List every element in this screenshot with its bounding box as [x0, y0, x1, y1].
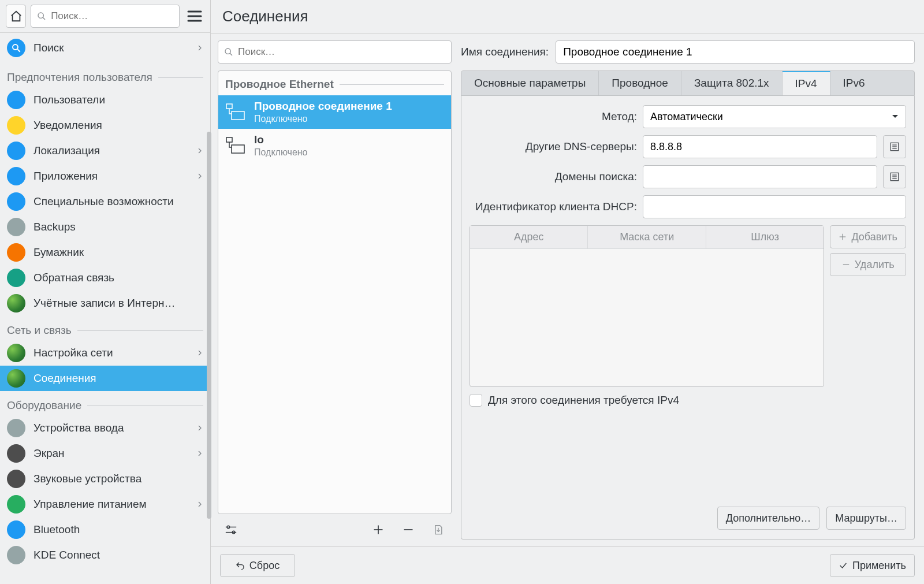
sidebar-item[interactable]: Bluetooth	[0, 517, 210, 542]
sidebar-search[interactable]	[31, 5, 180, 28]
require-ipv4-label: Для этого соединения требуется IPv4	[488, 394, 679, 407]
sidebar-search-input[interactable]	[51, 10, 173, 22]
sidebar-item[interactable]: Соединения	[0, 366, 210, 391]
sidebar-item-search[interactable]: Поиск	[0, 33, 210, 63]
sidebar-list: ПоискПредпочтения пользователяПользовате…	[0, 33, 210, 584]
domains-edit-button[interactable]	[883, 165, 906, 188]
mouse-icon	[7, 419, 25, 437]
connection-search-input[interactable]	[238, 46, 445, 58]
sidebar-item-label: Обратная связь	[33, 271, 203, 284]
sidebar-item[interactable]: Специальные возможности	[0, 189, 210, 214]
wired-network-icon	[226, 137, 245, 154]
wired-network-icon	[226, 103, 245, 121]
sidebar-item-label: Bluetooth	[33, 523, 203, 536]
chevron-right-icon	[196, 425, 203, 432]
reset-button[interactable]: Сброс	[220, 554, 295, 577]
sidebar-item[interactable]: Приложения	[0, 163, 210, 189]
sidebar-item[interactable]: Звуковые устройства	[0, 466, 210, 492]
method-select[interactable]: Автоматически	[643, 105, 906, 128]
tab[interactable]: Основные параметры	[461, 71, 599, 95]
sidebar-item[interactable]: Обратная связь	[0, 265, 210, 291]
col-netmask[interactable]: Маска сети	[588, 226, 706, 248]
address-table: Адрес Маска сети Шлюз	[470, 225, 824, 387]
sidebar-item[interactable]: Уведомления	[0, 113, 210, 138]
sidebar-item[interactable]: Управление питанием	[0, 492, 210, 517]
connection-search[interactable]	[218, 40, 452, 64]
tab[interactable]: Проводное	[599, 71, 681, 95]
remove-connection-button[interactable]	[398, 520, 418, 540]
sliders-icon	[225, 523, 237, 536]
sidebar-item[interactable]: Настройка сети	[0, 340, 210, 366]
dns-input[interactable]	[643, 135, 877, 158]
connection-name: lo	[254, 133, 308, 147]
search-icon	[37, 12, 46, 21]
accessibility-icon	[7, 192, 25, 211]
dns-edit-button[interactable]	[883, 135, 906, 158]
add-connection-button[interactable]	[368, 520, 388, 540]
apply-button[interactable]: Применить	[830, 554, 915, 577]
svg-rect-11	[226, 137, 232, 142]
search-icon	[7, 39, 25, 57]
remove-address-button[interactable]: Удалить	[830, 253, 906, 276]
bluetooth-icon	[7, 520, 25, 539]
sidebar-item[interactable]: Устройства ввода	[0, 415, 210, 441]
chevron-right-icon	[196, 501, 203, 508]
undo-icon	[236, 561, 245, 570]
sidebar-item-label: Устройства ввода	[33, 422, 196, 434]
tab[interactable]: IPv6	[830, 71, 878, 95]
connection-name-input[interactable]	[556, 40, 915, 64]
svg-rect-10	[232, 111, 244, 120]
sidebar-item-label: Локализация	[33, 144, 196, 157]
sidebar-item-label: Приложения	[33, 170, 196, 183]
connection-item[interactable]: Проводное соединение 1Подключено	[218, 95, 451, 129]
dhcp-input[interactable]	[643, 195, 906, 218]
svg-line-1	[43, 17, 45, 20]
sidebar-item-label: Соединения	[33, 372, 203, 385]
page-title: Соединения	[211, 0, 924, 34]
tab[interactable]: Защита 802.1x	[681, 71, 783, 95]
sidebar-item-label: Уведомления	[33, 119, 203, 132]
home-button[interactable]	[6, 5, 26, 28]
sidebar-item-label: Специальные возможности	[33, 195, 203, 208]
routes-button[interactable]: Маршруты…	[826, 507, 906, 530]
connection-item[interactable]: loПодключено	[218, 129, 451, 162]
main-panel: Соединения Проводное Ethernet Проводное …	[211, 0, 924, 584]
accounts-icon	[7, 294, 25, 313]
chevron-right-icon	[196, 450, 203, 457]
sidebar-item[interactable]: Бумажник	[0, 240, 210, 265]
apps-icon	[7, 167, 25, 185]
svg-line-8	[230, 53, 232, 55]
col-address[interactable]: Адрес	[470, 226, 588, 248]
advanced-button[interactable]: Дополнительно…	[717, 507, 820, 530]
sidebar-category: Предпочтения пользователя	[0, 63, 210, 87]
require-ipv4-checkbox[interactable]	[470, 394, 482, 407]
domains-label: Домены поиска:	[470, 170, 637, 183]
svg-line-6	[17, 49, 20, 52]
connection-settings: Имя соединения: Основные параметрыПровод…	[456, 34, 924, 546]
remove-address-label: Удалить	[855, 259, 895, 271]
sidebar-item[interactable]: Локализация	[0, 138, 210, 163]
col-gateway[interactable]: Шлюз	[706, 226, 824, 248]
domains-input[interactable]	[643, 165, 877, 188]
sidebar-item[interactable]: Backups	[0, 214, 210, 240]
sidebar-item[interactable]: KDE Connect	[0, 542, 210, 568]
sidebar-item[interactable]: Экран	[0, 441, 210, 466]
chevron-right-icon	[196, 349, 203, 356]
menu-button[interactable]	[184, 5, 204, 28]
sidebar-item[interactable]: Учётные записи в Интерн…	[0, 291, 210, 316]
list-icon	[889, 172, 900, 182]
chevron-right-icon	[196, 173, 203, 180]
configure-button[interactable]	[221, 520, 241, 540]
sidebar-item[interactable]: Пользователи	[0, 87, 210, 113]
tab[interactable]: IPv4	[783, 70, 830, 95]
connection-status: Подключено	[254, 147, 308, 158]
sidebar: ПоискПредпочтения пользователяПользовате…	[0, 0, 211, 584]
main-footer: Сброс Применить	[211, 546, 924, 584]
backup-icon	[7, 218, 25, 236]
sidebar-item-label: Учётные записи в Интерн…	[33, 297, 203, 310]
add-address-button[interactable]: Добавить	[830, 225, 906, 248]
connection-toolbar	[218, 514, 452, 540]
export-connection-button[interactable]	[429, 520, 448, 540]
check-icon	[839, 561, 848, 570]
method-label: Метод:	[470, 110, 637, 123]
